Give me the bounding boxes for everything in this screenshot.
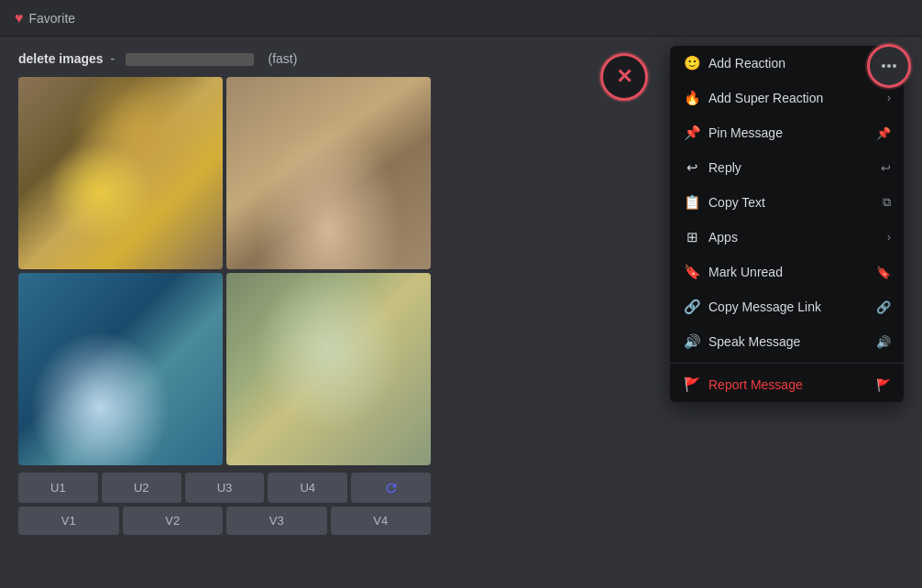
menu-item-left: 🔖 Mark Unread xyxy=(683,264,783,280)
menu-item-right-icon: ⧉ xyxy=(883,195,891,210)
link-icon: 🔗 xyxy=(683,299,701,315)
menu-item-mark-unread[interactable]: 🔖 Mark Unread 🔖 xyxy=(670,255,904,289)
pin-icon-right: 📌 xyxy=(876,126,891,140)
u2-button[interactable]: U2 xyxy=(102,473,181,503)
pin-icon: 📌 xyxy=(683,125,701,141)
v2-button[interactable]: V2 xyxy=(123,506,224,535)
mark-unread-icon: 🔖 xyxy=(683,264,701,280)
menu-item-left: 🔥 Add Super Reaction xyxy=(683,90,823,106)
menu-item-right-icon: 🔗 xyxy=(876,300,891,314)
u3-button[interactable]: U3 xyxy=(185,473,265,503)
menu-item-left: 📌 Pin Message xyxy=(683,125,783,141)
main-content: delete images - (fast) U1 U2 U3 U4 xyxy=(0,37,922,588)
top-bar: ♥ Favorite xyxy=(0,0,922,37)
dot-3 xyxy=(893,64,896,68)
apps-label: Apps xyxy=(708,230,738,245)
message-suffix: (fast) xyxy=(269,51,298,66)
button-row-1: U1 U2 U3 U4 xyxy=(18,473,431,503)
speak-message-label: Speak Message xyxy=(708,334,800,349)
apps-icon: ⊞ xyxy=(683,229,701,245)
link-icon-right: 🔗 xyxy=(876,300,891,314)
close-icon: ✕ xyxy=(616,65,632,89)
more-options-wrapper xyxy=(867,44,911,88)
v3-button[interactable]: V3 xyxy=(226,506,327,535)
menu-item-left: ⊞ Apps xyxy=(683,229,738,245)
heart-icon: ♥ xyxy=(15,10,24,27)
bookmark-icon-right: 🔖 xyxy=(876,266,891,279)
menu-item-right-icon: ↩ xyxy=(881,161,891,175)
menu-item-left: ↩ Reply xyxy=(683,159,741,176)
image-grid xyxy=(18,77,431,465)
menu-item-copy-text[interactable]: 📋 Copy Text ⧉ xyxy=(670,185,904,220)
context-menu: 🙂 Add Reaction › 🔥 Add Super Reaction › … xyxy=(670,46,904,402)
menu-item-left: 🔊 Speak Message xyxy=(683,333,800,350)
pin-message-label: Pin Message xyxy=(708,125,783,140)
grid-image-3 xyxy=(18,273,223,465)
dot-2 xyxy=(887,64,891,68)
copy-text-icon: 📋 xyxy=(683,194,701,211)
report-icon: 🚩 xyxy=(683,376,701,393)
chevron-icon: › xyxy=(887,231,891,244)
reply-label: Reply xyxy=(708,160,741,175)
v1-button[interactable]: V1 xyxy=(18,506,119,535)
favorite-button[interactable]: ♥ Favorite xyxy=(15,10,75,27)
menu-item-pin-message[interactable]: 📌 Pin Message 📌 xyxy=(670,115,904,150)
close-button-wrapper: ✕ xyxy=(600,53,648,101)
speak-icon: 🔊 xyxy=(683,333,701,350)
add-reaction-label: Add Reaction xyxy=(708,56,785,71)
grid-image-4 xyxy=(226,273,431,465)
favorite-label: Favorite xyxy=(29,11,76,26)
copy-icon-right: ⧉ xyxy=(883,195,891,210)
add-super-reaction-icon: 🔥 xyxy=(683,90,701,106)
flag-icon-right: 🚩 xyxy=(876,378,891,392)
more-options-button[interactable] xyxy=(867,44,911,88)
menu-item-right-arrow: › xyxy=(887,231,891,244)
v4-button[interactable]: V4 xyxy=(331,506,432,535)
menu-item-left: 🙂 Add Reaction xyxy=(683,55,785,71)
menu-item-apps[interactable]: ⊞ Apps › xyxy=(670,220,904,255)
grid-image-2 xyxy=(226,77,431,269)
copy-message-link-label: Copy Message Link xyxy=(708,299,821,314)
reply-icon: ↩ xyxy=(683,159,701,176)
menu-item-left: 🚩 Report Message xyxy=(683,376,803,393)
menu-item-right-icon: 🔊 xyxy=(876,335,891,349)
copy-text-label: Copy Text xyxy=(708,195,765,210)
menu-item-right-icon: 📌 xyxy=(876,126,891,140)
menu-separator xyxy=(670,363,904,364)
channel-name: delete images xyxy=(18,51,104,66)
refresh-button[interactable] xyxy=(351,473,431,503)
grid-image-1 xyxy=(18,77,223,269)
u4-button[interactable]: U4 xyxy=(268,473,347,503)
menu-item-right-icon: 🚩 xyxy=(876,378,891,392)
username-blur xyxy=(126,53,254,66)
add-super-reaction-label: Add Super Reaction xyxy=(708,91,823,105)
report-message-label: Report Message xyxy=(708,377,803,392)
menu-item-left: 📋 Copy Text xyxy=(683,194,765,211)
reply-icon-right: ↩ xyxy=(881,161,891,175)
button-row-2: V1 V2 V3 V4 xyxy=(18,506,431,535)
u1-button[interactable]: U1 xyxy=(18,473,98,503)
menu-item-left: 🔗 Copy Message Link xyxy=(683,299,821,315)
add-reaction-icon: 🙂 xyxy=(683,55,701,71)
close-button[interactable]: ✕ xyxy=(600,53,648,101)
menu-item-reply[interactable]: ↩ Reply ↩ xyxy=(670,150,904,185)
menu-item-right-arrow: › xyxy=(887,92,891,104)
menu-item-copy-message-link[interactable]: 🔗 Copy Message Link 🔗 xyxy=(670,289,904,324)
menu-item-report-message[interactable]: 🚩 Report Message 🚩 xyxy=(670,367,904,402)
speaker-icon-right: 🔊 xyxy=(876,335,891,349)
menu-item-right-icon: 🔖 xyxy=(876,266,891,279)
menu-item-speak-message[interactable]: 🔊 Speak Message 🔊 xyxy=(670,324,904,359)
mark-unread-label: Mark Unread xyxy=(708,265,783,279)
chevron-icon: › xyxy=(887,92,891,104)
dot-1 xyxy=(882,64,885,68)
